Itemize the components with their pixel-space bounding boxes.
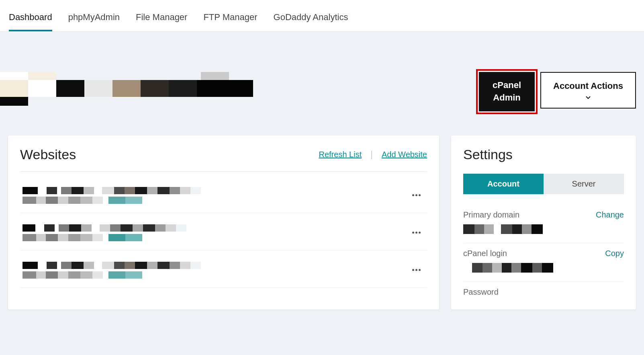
website-row-more-button[interactable] xyxy=(408,191,425,199)
settings-tab-server[interactable]: Server xyxy=(544,174,624,194)
website-row xyxy=(20,250,427,288)
settings-segmented-tabs: Account Server xyxy=(463,174,624,194)
copy-cpanel-login-link[interactable]: Copy xyxy=(605,249,624,258)
account-title-redacted xyxy=(0,72,257,106)
tab-phpmyadmin[interactable]: phpMyAdmin xyxy=(68,12,120,31)
tab-godaddy-analytics[interactable]: GoDaddy Analytics xyxy=(274,12,348,31)
divider: | xyxy=(370,149,373,160)
settings-tab-account[interactable]: Account xyxy=(463,174,544,194)
chevron-down-icon xyxy=(585,95,591,101)
cpanel-admin-button[interactable]: cPanel Admin xyxy=(479,72,535,111)
change-primary-domain-link[interactable]: Change xyxy=(596,210,624,220)
settings-title: Settings xyxy=(463,147,624,162)
password-label: Password xyxy=(463,287,499,297)
add-website-link[interactable]: Add Website xyxy=(382,150,427,159)
cpanel-admin-label: cPanel Admin xyxy=(493,80,521,103)
account-actions-label: Account Actions xyxy=(553,80,623,92)
website-row xyxy=(20,176,427,213)
website-row-more-button[interactable] xyxy=(408,228,425,237)
websites-title: Websites xyxy=(20,147,76,162)
website-info-redacted xyxy=(22,262,408,279)
websites-card: Websites Refresh List | Add Website xyxy=(8,135,439,310)
primary-domain-label: Primary domain xyxy=(463,210,543,220)
hero-section: cPanel Admin Account Actions xyxy=(0,32,644,135)
tab-dashboard[interactable]: Dashboard xyxy=(9,12,52,31)
settings-card: Settings Account Server Primary domain xyxy=(451,135,636,310)
account-actions-button[interactable]: Account Actions xyxy=(540,72,636,109)
refresh-list-link[interactable]: Refresh List xyxy=(319,150,362,159)
cpanel-login-value-redacted xyxy=(463,263,553,273)
primary-domain-value-redacted xyxy=(463,224,543,234)
tab-file-manager[interactable]: File Manager xyxy=(136,12,187,31)
main-tabs: Dashboard phpMyAdmin File Manager FTP Ma… xyxy=(0,0,644,32)
page-body: cPanel Admin Account Actions Websites Re… xyxy=(0,32,644,355)
website-info-redacted xyxy=(22,187,408,204)
website-row-more-button[interactable] xyxy=(408,266,425,274)
website-info-redacted xyxy=(22,224,408,241)
tab-ftp-manager[interactable]: FTP Manager xyxy=(203,12,257,31)
website-row xyxy=(20,213,427,250)
cpanel-login-label: cPanel login xyxy=(463,249,553,258)
